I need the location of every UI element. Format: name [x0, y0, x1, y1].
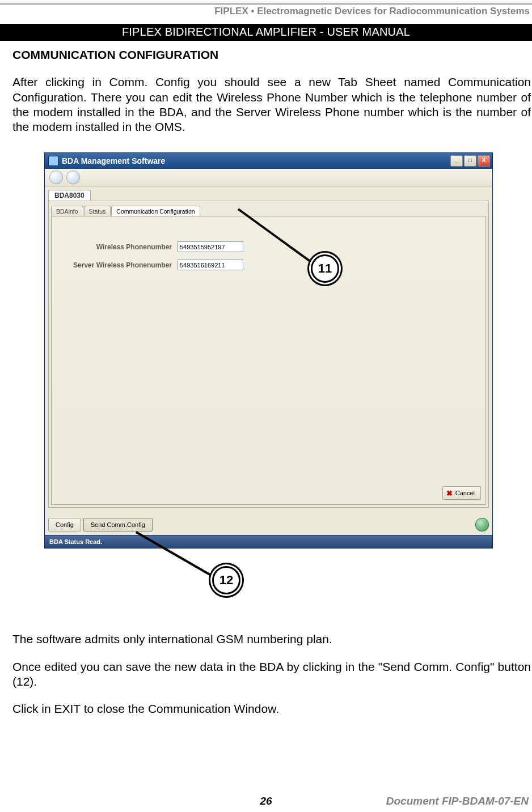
app-icon: [48, 156, 58, 166]
wireless-phone-label: Wireless Phonenumber: [64, 243, 172, 251]
config-button[interactable]: Config: [48, 518, 81, 532]
tab-bdainfo[interactable]: BDAinfo: [51, 206, 83, 216]
section-title: COMMUNICATION CONFIGURATION: [12, 48, 531, 62]
window-close-button[interactable]: X: [478, 155, 490, 167]
cancel-button-label: Cancel: [455, 490, 475, 496]
cancel-button[interactable]: ✖ Cancel: [442, 486, 481, 500]
window-maximize-button[interactable]: □: [464, 155, 476, 167]
app-screenshot-figure: BDA Management Software _ □ X BDA8030 BD…: [44, 152, 492, 569]
server-wireless-phone-label: Server Wireless Phonenumber: [64, 261, 172, 269]
toolbar-button-2[interactable]: [66, 171, 80, 184]
paragraph-2: The software admits only international G…: [12, 632, 531, 647]
window-titlebar: BDA Management Software _ □ X: [45, 153, 492, 169]
brand-header: FIPLEX • Electromagnetic Devices for Rad…: [0, 5, 532, 24]
paragraph-1: After clicking in Comm. Config you shoul…: [12, 75, 531, 134]
device-pane: BDAinfo Status Communication Configurati…: [48, 201, 489, 508]
paragraph-3: Once edited you can save the new data in…: [12, 660, 531, 690]
tab-comm-config[interactable]: Communication Configuration: [111, 206, 200, 216]
paragraph-4: Click in EXIT to close the Communication…: [12, 702, 531, 716]
callout-11: 11: [311, 254, 339, 283]
bottom-action-bar: Config Send Comm.Config: [48, 517, 489, 532]
server-wireless-phone-input[interactable]: [178, 260, 243, 270]
app-window: BDA Management Software _ □ X BDA8030 BD…: [44, 152, 493, 549]
app-toolbar: [45, 169, 492, 186]
device-tab[interactable]: BDA8030: [48, 190, 91, 201]
document-id: Document FIP-BDAM-07-EN: [386, 795, 529, 807]
window-minimize-button[interactable]: _: [450, 155, 463, 167]
cancel-x-icon: ✖: [446, 489, 453, 498]
wireless-phone-input[interactable]: [178, 241, 243, 252]
exit-button[interactable]: [475, 518, 489, 532]
send-comm-config-button[interactable]: Send Comm.Config: [83, 518, 153, 532]
window-title: BDA Management Software: [62, 156, 165, 165]
status-bar: BDA Status Read.: [45, 535, 492, 548]
callout-12: 12: [212, 566, 240, 594]
tab-status[interactable]: Status: [84, 206, 111, 216]
section-banner: FIPLEX BIDIRECTIONAL AMPLIFIER - USER MA…: [0, 24, 532, 41]
comm-config-pane: Wireless Phonenumber Server Wireless Pho…: [51, 216, 486, 505]
toolbar-button-1[interactable]: [49, 171, 63, 184]
